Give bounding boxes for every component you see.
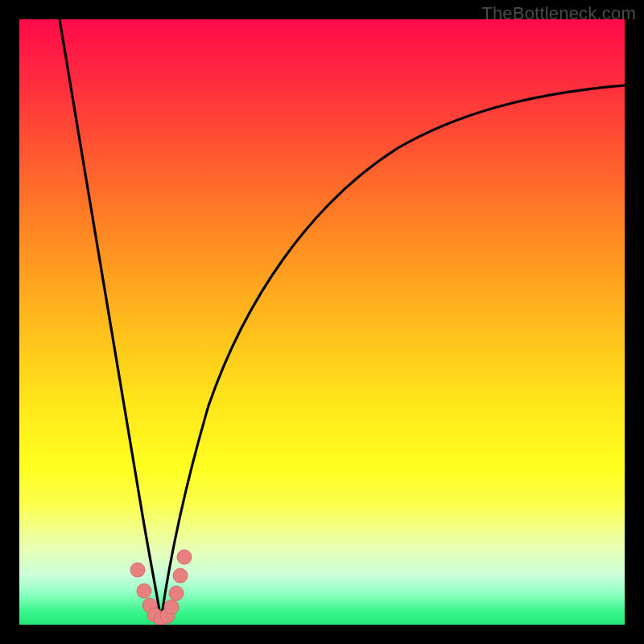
dip-marker-dots (130, 550, 192, 625)
dot (173, 568, 188, 583)
chart-frame: TheBottleneck.com (0, 0, 644, 644)
right-curve-path (161, 85, 625, 620)
dot (169, 586, 184, 601)
dot (177, 550, 192, 564)
left-curve-path (60, 19, 161, 620)
dot (164, 600, 179, 614)
plot-area (19, 19, 625, 625)
chart-curves-svg (19, 19, 625, 625)
dot (130, 563, 145, 577)
dot (137, 584, 151, 598)
